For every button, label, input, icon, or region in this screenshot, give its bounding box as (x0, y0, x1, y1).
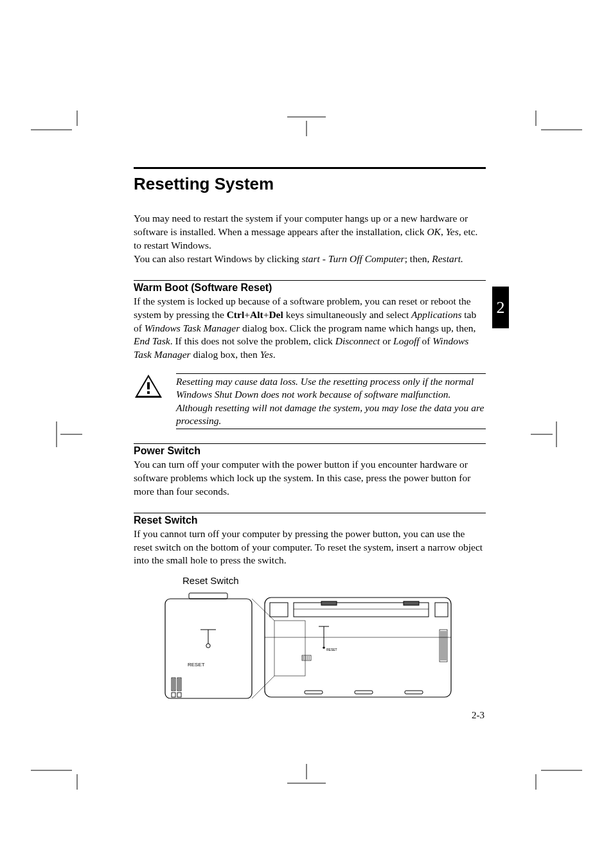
text: . If this does not solve the problem, cl… (170, 335, 335, 346)
intro-paragraph-1: You may need to restart the system if yo… (134, 212, 486, 252)
text: + (244, 309, 250, 320)
yes-ref: Yes (446, 226, 459, 237)
page-content: Resetting System You may need to restart… (134, 167, 486, 706)
svg-rect-38 (321, 601, 337, 605)
crop-mark-bottom-mid (287, 764, 326, 790)
disconnect-ref: Disconnect (335, 335, 380, 346)
del-key: Del (269, 309, 283, 320)
crop-mark-top-left (31, 111, 82, 136)
crop-mark-left-mid (31, 421, 82, 447)
crop-mark-bottom-right (531, 764, 582, 790)
turnoff-ref: Turn Off Computer (328, 253, 405, 264)
svg-rect-36 (435, 603, 448, 617)
text: You can also restart Windows by clicking (134, 253, 301, 264)
reset-switch-figure: Reset Switch (134, 575, 486, 706)
reset-label-inset: RESET (188, 662, 205, 668)
svg-rect-31 (172, 693, 175, 697)
figure-caption: Reset Switch (182, 575, 486, 586)
section-reset-switch-heading: Reset Switch (134, 513, 486, 526)
intro-paragraph-2: You can also restart Windows by clicking… (134, 252, 486, 266)
reset-switch-body: If you cannot turn off your computer by … (134, 527, 486, 568)
reset-switch-diagram: RESET RESET (162, 591, 458, 706)
text: ; then, (405, 253, 432, 264)
chapter-tab: 2 (492, 287, 509, 328)
reset-label-main: RESET (326, 648, 337, 651)
text: , (441, 226, 446, 237)
power-switch-body: You can turn off your computer with the … (134, 458, 486, 499)
svg-rect-19 (147, 391, 150, 394)
svg-rect-57 (405, 691, 423, 694)
endtask-ref: End Task (134, 335, 170, 346)
svg-rect-18 (147, 382, 150, 389)
svg-line-60 (252, 676, 274, 698)
svg-rect-39 (404, 601, 419, 605)
text: keys simultaneously and select (283, 309, 411, 320)
caution-icon (134, 373, 163, 399)
wtm-ref-1: Windows Task Manager (145, 323, 240, 333)
ok-ref: OK (427, 226, 441, 237)
main-heading: Resetting System (134, 169, 486, 198)
svg-point-22 (206, 644, 210, 648)
logoff-ref: Logoff (393, 335, 419, 346)
svg-rect-55 (305, 691, 323, 694)
restart-ref: Restart. (432, 253, 463, 264)
svg-point-41 (323, 647, 325, 650)
section-power-switch-heading: Power Switch (134, 443, 486, 457)
crop-mark-right-mid (531, 421, 582, 447)
svg-rect-56 (355, 691, 373, 694)
caution-text: Resetting may cause data loss. Use the r… (176, 373, 486, 429)
crop-mark-top-right (531, 111, 582, 136)
text: You may need to restart the system if yo… (134, 213, 468, 237)
crop-mark-top-mid (287, 111, 326, 136)
text: dialog box. Click the program name which… (240, 323, 475, 333)
applications-ref: Applications (411, 309, 461, 320)
text: . (273, 349, 276, 360)
crop-mark-bottom-left (31, 764, 82, 790)
start-ref: start (301, 253, 319, 264)
yes-ref-2: Yes (260, 349, 273, 360)
title-block: Resetting System (134, 167, 486, 198)
text: dialog box, then (191, 349, 260, 360)
page-number: 2-3 (472, 710, 484, 721)
svg-rect-20 (165, 599, 252, 698)
warm-boot-body: If the system is locked up because of a … (134, 295, 486, 362)
svg-rect-21 (189, 593, 227, 599)
svg-rect-25 (172, 678, 175, 691)
svg-rect-37 (270, 603, 288, 617)
text: of (420, 335, 433, 346)
svg-rect-28 (177, 678, 181, 691)
alt-key: Alt (250, 309, 263, 320)
svg-rect-58 (274, 621, 305, 676)
text: or (380, 335, 393, 346)
text: - (320, 253, 328, 264)
ctrl-key: Ctrl (227, 309, 245, 320)
caution-note: Resetting may cause data loss. Use the r… (134, 373, 486, 429)
section-warm-boot-heading: Warm Boot (Software Reset) (134, 280, 486, 294)
svg-line-59 (252, 599, 274, 621)
svg-rect-33 (265, 598, 451, 697)
svg-rect-32 (177, 693, 181, 697)
